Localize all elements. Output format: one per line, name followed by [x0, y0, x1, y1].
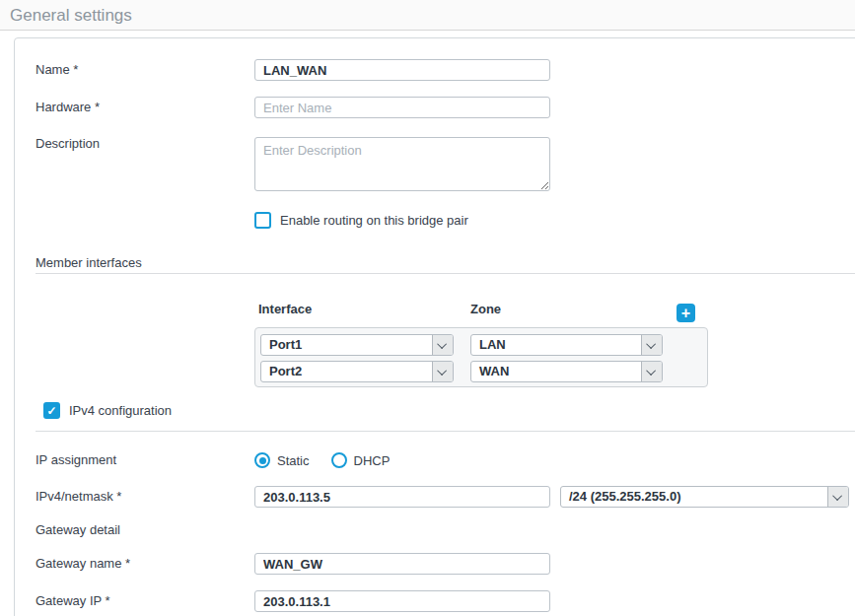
interface-column-header: Interface: [258, 302, 312, 316]
member-interfaces-heading: Member interfaces: [36, 254, 142, 272]
zone-column-header: Zone: [470, 302, 501, 316]
interface-select-row1-value: Port1: [261, 335, 432, 355]
ipv4-address-input[interactable]: [254, 486, 550, 508]
enable-routing-label: Enable routing on this bridge pair: [280, 213, 468, 228]
name-label: Name *: [36, 59, 78, 80]
ipv4-configuration-checkbox[interactable]: ✓: [43, 402, 60, 419]
gateway-name-label: Gateway name *: [36, 553, 130, 574]
dhcp-radio-option[interactable]: DHCP: [331, 452, 391, 468]
dhcp-radio-label: DHCP: [354, 453, 391, 468]
check-icon: ✓: [46, 405, 56, 417]
ip-assignment-options: Static DHCP: [254, 452, 390, 468]
hardware-input[interactable]: [254, 97, 550, 118]
general-settings-page: General settings Name * Hardware * Descr…: [0, 0, 855, 616]
zone-select-row1[interactable]: LAN: [470, 334, 663, 356]
zone-select-row1-value: LAN: [471, 335, 641, 355]
enable-routing-checkbox[interactable]: [254, 212, 271, 229]
radio-unselected-icon: [331, 452, 347, 468]
ipv4-netmask-label: IPv4/netmask *: [36, 486, 121, 507]
chevron-down-icon: [432, 362, 453, 381]
plus-icon: +: [681, 305, 690, 321]
ipv4-configuration-label: IPv4 configuration: [69, 403, 172, 418]
static-radio-label: Static: [277, 453, 310, 468]
interface-select-row1[interactable]: Port1: [260, 334, 454, 356]
gateway-ip-input[interactable]: [254, 590, 550, 612]
hardware-label: Hardware *: [36, 97, 100, 117]
ipv4-configuration-row: ✓ IPv4 configuration: [43, 402, 172, 419]
name-input[interactable]: [254, 59, 550, 81]
description-label: Description: [36, 133, 100, 154]
zone-select-row2[interactable]: WAN: [470, 361, 663, 382]
static-radio-option[interactable]: Static: [254, 452, 310, 468]
add-interface-button[interactable]: +: [677, 304, 695, 322]
chevron-down-icon: [827, 487, 848, 507]
netmask-select[interactable]: /24 (255.255.255.0): [560, 486, 849, 508]
netmask-select-value: /24 (255.255.255.0): [561, 487, 827, 507]
description-textarea[interactable]: [254, 137, 550, 191]
zone-select-row2-value: WAN: [471, 362, 641, 381]
ip-assignment-label: IP assignment: [36, 449, 116, 470]
divider: [36, 431, 855, 432]
gateway-detail-heading: Gateway detail: [36, 521, 120, 539]
gateway-ip-label: Gateway IP *: [36, 590, 110, 611]
enable-routing-row: Enable routing on this bridge pair: [254, 212, 468, 229]
page-title: General settings: [10, 0, 132, 31]
chevron-down-icon: [432, 335, 453, 355]
gateway-name-input[interactable]: [254, 553, 550, 575]
divider: [36, 273, 855, 274]
chevron-down-icon: [641, 335, 662, 355]
interface-select-row2[interactable]: Port2: [260, 361, 454, 382]
chevron-down-icon: [641, 362, 662, 381]
interface-select-row2-value: Port2: [261, 362, 432, 381]
radio-selected-icon: [254, 452, 270, 468]
